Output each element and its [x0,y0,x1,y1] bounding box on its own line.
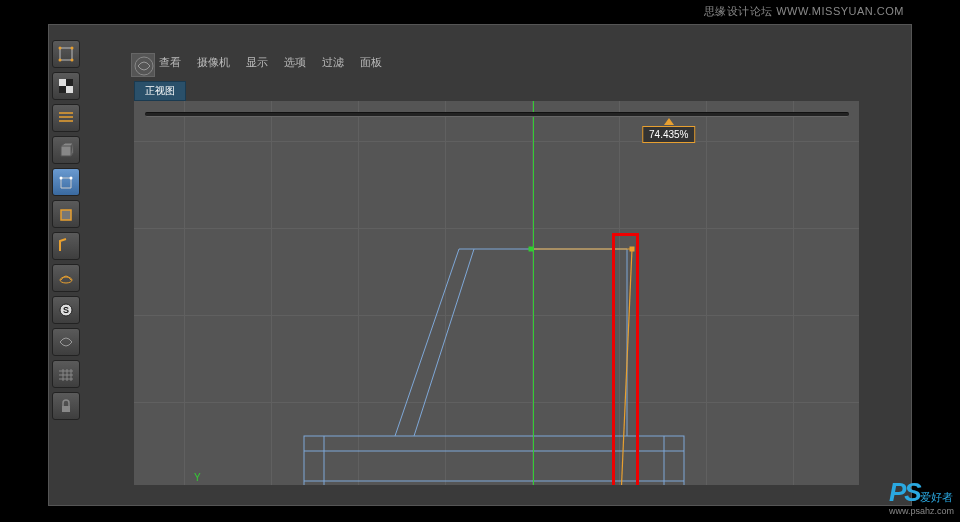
tool-lock-mode[interactable] [52,392,80,420]
tool-axis-mode[interactable] [52,264,80,292]
annotation-highlight-box [612,233,639,485]
tool-model-mode[interactable] [52,72,80,100]
svg-point-10 [59,59,62,62]
app-frame: 查看 摄像机 显示 选项 过滤 面板 正视图 [48,24,912,506]
watermark: PS爱好者 www.psahz.com [889,477,954,516]
tool-tweak-mode[interactable] [52,328,80,356]
viewport-menu-bar: 查看 摄像机 显示 选项 过滤 面板 [159,55,382,70]
svg-point-8 [59,47,62,50]
svg-point-9 [71,47,74,50]
svg-rect-15 [66,86,73,93]
svg-text:S: S [63,305,69,315]
svg-rect-7 [60,48,72,60]
menu-options[interactable]: 选项 [284,55,306,70]
app-logo-icon [131,53,155,77]
menu-cameras[interactable]: 摄像机 [197,55,230,70]
tool-polygons-mode[interactable] [52,232,80,260]
tool-snap-mode[interactable]: S [52,296,80,324]
tool-workplane-mode[interactable] [52,136,80,164]
tool-lattice-mode[interactable] [52,360,80,388]
svg-line-6 [414,249,474,436]
viewport-front[interactable]: Y [134,101,859,485]
axis-y-line [533,101,534,485]
svg-point-17 [70,177,73,180]
svg-point-18 [60,277,72,283]
slider-handle-icon[interactable] [664,118,674,125]
slider-value-readout: 74.435% [642,126,695,143]
menu-filter[interactable]: 过滤 [322,55,344,70]
viewport-tab[interactable]: 正视图 [134,81,186,101]
menu-display[interactable]: 显示 [246,55,268,70]
hud-slider[interactable]: 74.435% [145,109,849,119]
svg-rect-21 [62,406,70,412]
watermark-url: www.psahz.com [889,506,954,516]
header-attribution: 思缘设计论坛 WWW.MISSYUAN.COM [704,4,904,19]
tool-points-mode[interactable] [52,168,80,196]
axis-y-label: Y [194,472,201,483]
slider-track[interactable] [145,112,849,117]
mode-toolbar: S [52,40,80,420]
svg-rect-12 [59,79,66,86]
svg-point-16 [60,177,63,180]
svg-point-11 [71,59,74,62]
tool-make-editable[interactable] [52,40,80,68]
wireframe-geometry [134,101,859,485]
menu-panel[interactable]: 面板 [360,55,382,70]
menu-view[interactable]: 查看 [159,55,181,70]
watermark-logo-text: PS [889,477,920,507]
svg-rect-14 [59,86,66,93]
tool-texture-mode[interactable] [52,104,80,132]
spline-point-handle[interactable] [529,247,534,252]
watermark-sub-text: 爱好者 [920,491,953,503]
svg-rect-13 [66,79,73,86]
tool-edges-mode[interactable] [52,200,80,228]
